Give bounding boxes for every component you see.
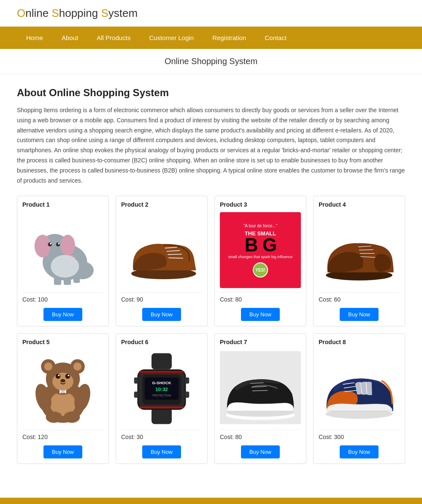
product-image-3: "A tour de force..." THE SMALL B!G small… [220, 212, 301, 288]
product-name-4: Product 4 [319, 201, 400, 208]
page-subtitle: Online Shopping System [0, 49, 422, 74]
yes-badge: YES! [253, 262, 268, 278]
nav-link-home[interactable]: Home [17, 27, 52, 49]
product-cost-2: Cost: 90 [121, 292, 202, 303]
elephant-icon [22, 212, 103, 288]
svg-point-45 [61, 390, 65, 393]
svg-point-32 [73, 363, 81, 371]
svg-point-6 [56, 243, 60, 247]
yes-text: YES! [255, 268, 265, 272]
product-image-1 [22, 212, 103, 288]
svg-point-41 [46, 412, 62, 423]
buy-now-button-7[interactable]: Buy Now [241, 445, 280, 458]
teddy-bear-icon [22, 350, 103, 426]
nav-item-all-products[interactable]: All Products [87, 27, 140, 49]
product-card-8: Product 8 [313, 333, 405, 464]
buy-now-button-4[interactable]: Buy Now [340, 308, 379, 321]
title-letter-s2: S [101, 7, 108, 19]
product-card-6: Product 6 G-SHOCK [116, 333, 208, 464]
product-name-7: Product 7 [220, 339, 301, 345]
footer: Copyright © All rights reserved [0, 498, 422, 504]
site-title: Online Shopping System [17, 7, 405, 20]
reebok-shoe-icon [220, 350, 301, 426]
nav-item-customer-login[interactable]: Customer Login [140, 27, 203, 49]
buy-now-button-1[interactable]: Buy Now [43, 308, 82, 321]
product-card-3: Product 3 "A tour de force..." THE SMALL… [214, 196, 306, 326]
nav-link-about[interactable]: About [52, 27, 87, 49]
product-image-2 [121, 212, 202, 288]
oxford-shoe-icon [319, 212, 400, 288]
svg-point-34 [56, 374, 61, 379]
nav-link-registration[interactable]: Registration [203, 27, 255, 49]
product-name-3: Product 3 [220, 201, 301, 208]
svg-point-42 [64, 412, 80, 423]
nav-link-all-products[interactable]: All Products [87, 27, 140, 49]
about-heading: About Online Shopping System [17, 87, 405, 99]
svg-rect-58 [185, 392, 189, 398]
svg-point-37 [68, 375, 70, 377]
svg-rect-47 [151, 408, 172, 424]
svg-rect-14 [73, 277, 80, 283]
svg-point-30 [44, 363, 52, 371]
book-quote: "A tour de force..." [243, 223, 277, 229]
svg-point-4 [48, 243, 52, 247]
product-card-2: Product 2 Cost: 90 [116, 196, 208, 326]
title-letter-s1: S [51, 7, 59, 19]
product-cost-7: Cost: 80 [220, 430, 301, 440]
nav-item-home[interactable]: Home [17, 27, 52, 49]
about-body: Shopping Items ordering is a form of ele… [17, 105, 405, 186]
nav-item-registration[interactable]: Registration [203, 27, 255, 49]
svg-point-5 [50, 243, 51, 245]
buy-now-button-5[interactable]: Buy Now [43, 445, 82, 458]
svg-point-3 [60, 235, 75, 256]
svg-rect-12 [54, 278, 61, 285]
buy-now-button-8[interactable]: Buy Now [340, 445, 379, 458]
product-cost-6: Cost: 30 [121, 430, 202, 440]
buy-now-button-2[interactable]: Buy Now [142, 308, 181, 321]
svg-point-36 [65, 374, 70, 379]
buy-now-button-6[interactable]: Buy Now [142, 445, 181, 458]
brown-shoe-icon [121, 212, 202, 288]
svg-rect-59 [139, 371, 184, 373]
svg-rect-13 [64, 278, 71, 285]
product-cost-1: Cost: 100 [22, 292, 103, 303]
svg-text:10:32: 10:32 [155, 387, 168, 392]
svg-point-38 [60, 379, 65, 383]
product-name-6: Product 6 [121, 339, 202, 345]
svg-point-2 [35, 235, 51, 258]
nav-link-contact[interactable]: Contact [255, 27, 296, 49]
product-card-5: Product 5 [17, 333, 109, 464]
svg-rect-60 [139, 407, 184, 408]
product-cost-4: Cost: 60 [319, 292, 400, 303]
product-card-7: Product 7 [214, 333, 306, 464]
svg-line-20 [168, 258, 183, 259]
product-image-4 [319, 212, 400, 288]
svg-rect-46 [151, 353, 172, 369]
buy-now-button-3[interactable]: Buy Now [241, 308, 280, 321]
product-image-8 [319, 350, 400, 426]
svg-text:PROTECTION: PROTECTION [152, 394, 171, 397]
svg-line-23 [359, 250, 373, 250]
nav-item-contact[interactable]: Contact [255, 27, 296, 49]
title-letter-o: O [17, 7, 25, 19]
svg-rect-57 [185, 377, 189, 383]
svg-rect-55 [134, 377, 138, 383]
site-header: Online Shopping System [0, 0, 422, 27]
book-title-big: B!G [245, 237, 276, 253]
book-cover: "A tour de force..." THE SMALL B!G small… [220, 212, 301, 288]
svg-line-66 [252, 391, 268, 391]
gshock-watch-icon: G-SHOCK 10:32 PROTECTION [121, 350, 202, 426]
product-name-2: Product 2 [121, 201, 202, 208]
product-cost-5: Cost: 120 [22, 430, 103, 440]
product-cost-3: Cost: 80 [220, 292, 301, 303]
svg-text:G-SHOCK: G-SHOCK [152, 381, 171, 385]
nav-link-customer-login[interactable]: Customer Login [140, 27, 203, 49]
svg-point-15 [51, 255, 79, 278]
main-nav: Home About All Products Customer Login R… [0, 27, 422, 49]
product-name-8: Product 8 [319, 339, 400, 345]
product-name-5: Product 5 [22, 339, 103, 345]
product-card-4: Product 4 Cost: 60 [313, 196, 405, 326]
main-content: About Online Shopping System Shopping It… [0, 74, 422, 481]
product-name-1: Product 1 [22, 201, 103, 208]
nav-item-about[interactable]: About [52, 27, 87, 49]
